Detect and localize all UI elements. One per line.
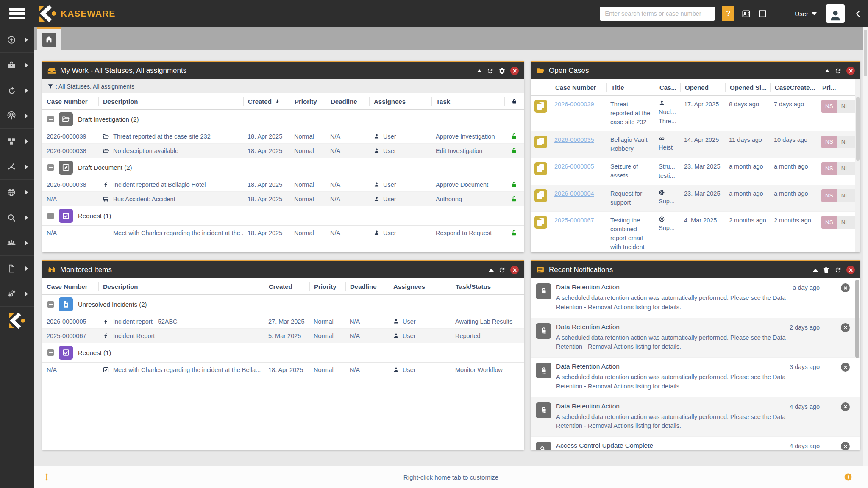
table-row[interactable]: 2026-0000038 Incident reported at Bellag… [42, 177, 524, 192]
sidebar-item-search[interactable] [0, 205, 34, 230]
case-number-link[interactable]: 2026-0000004 [554, 190, 594, 197]
column-header[interactable]: Deadline [326, 97, 369, 106]
group-row-draft-document[interactable]: Draft Document (2) [42, 158, 524, 177]
notification-item[interactable]: Data Retention Action A scheduled data r… [531, 358, 860, 397]
table-row[interactable]: 2026-0000039 Threat reported at the case… [42, 129, 524, 144]
column-header[interactable]: Opened [680, 83, 725, 92]
case-row[interactable]: 2026-0000005 Seizure of assets Stru...te… [531, 158, 860, 185]
panel-scrollbar[interactable] [855, 280, 859, 358]
collapse-group-icon[interactable] [47, 301, 54, 308]
case-folder-icon[interactable] [534, 189, 547, 202]
collapse-group-icon[interactable] [47, 116, 54, 122]
collapse-icon[interactable] [489, 269, 494, 272]
refresh-icon[interactable] [835, 266, 842, 274]
panel-scrollbar[interactable] [855, 79, 860, 252]
lock-cell[interactable] [504, 181, 524, 188]
sidebar-item-links[interactable] [0, 154, 34, 180]
group-row-draft-investigation[interactable]: Draft Investigation (2) [42, 110, 524, 129]
gear-icon[interactable] [498, 67, 506, 75]
close-icon[interactable] [510, 67, 519, 75]
case-folder-icon[interactable] [534, 162, 547, 175]
user-menu[interactable]: User [795, 10, 817, 17]
add-widget-icon[interactable] [843, 472, 853, 482]
table-row[interactable]: N/A Bus Accident: Accident 18. Apr 2025 … [42, 192, 524, 206]
group-row-request[interactable]: Request (1) [42, 206, 524, 226]
group-row-unresolved-incidents[interactable]: Unresolved Incidents (2) [42, 295, 524, 314]
sidebar-item-modules[interactable] [0, 129, 34, 154]
tab-home[interactable] [37, 27, 61, 50]
column-header[interactable]: Assignees [369, 97, 431, 106]
column-header[interactable]: Title [606, 83, 655, 92]
layout-square-icon[interactable] [758, 9, 768, 19]
case-number-link[interactable]: 2026-0000005 [554, 163, 594, 170]
sidebar-item-broadcast[interactable] [0, 103, 34, 129]
collapse-group-icon[interactable] [47, 213, 54, 219]
collapse-group-icon[interactable] [47, 349, 54, 356]
case-folder-icon[interactable] [534, 136, 547, 148]
close-icon[interactable] [846, 266, 855, 274]
refresh-icon[interactable] [487, 67, 494, 75]
notification-item[interactable]: Access Control Update Complete Access se… [531, 437, 860, 450]
case-row[interactable]: 2026-0000035 Bellagio Vault Robbery Heis… [531, 131, 860, 158]
lock-cell[interactable] [504, 147, 524, 154]
case-row[interactable]: 2025-0000067 Testing the combined report… [531, 212, 860, 252]
column-header[interactable]: Deadline [345, 282, 389, 291]
help-button[interactable]: ? [722, 6, 734, 21]
sidebar-item-documents[interactable] [0, 256, 34, 281]
column-header[interactable]: Created [264, 282, 309, 291]
column-header[interactable]: Case Number [42, 97, 98, 106]
column-header[interactable]: CaseCreate... [770, 83, 818, 92]
column-header[interactable]: Assignees [389, 282, 451, 291]
kaseware-logo[interactable]: KASEWARE [38, 5, 115, 22]
dismiss-icon[interactable] [841, 363, 850, 372]
sidebar-item-people[interactable] [0, 230, 34, 256]
lock-cell[interactable] [504, 133, 524, 140]
column-header[interactable]: Case Number [42, 282, 98, 291]
collapse-group-icon[interactable] [47, 164, 54, 171]
dismiss-icon[interactable] [841, 442, 850, 450]
case-folder-icon[interactable] [534, 100, 547, 113]
sidebar-item-settings[interactable] [0, 281, 34, 307]
menu-icon[interactable] [9, 8, 25, 19]
case-number-link[interactable]: 2026-0000039 [554, 101, 594, 108]
column-header[interactable]: Description [98, 97, 243, 106]
column-header[interactable]: Priority [290, 97, 326, 106]
column-header[interactable]: Case Number [551, 83, 606, 92]
window-scrollbar[interactable] [863, 27, 868, 466]
sidebar-item-create[interactable] [0, 27, 34, 53]
dismiss-icon[interactable] [841, 323, 850, 332]
close-icon[interactable] [846, 67, 855, 75]
sidebar-item-recent[interactable] [0, 78, 34, 103]
column-header[interactable]: Opened Si... [725, 83, 770, 92]
case-row[interactable]: 2026-0000004 Request for support Sup... … [531, 185, 860, 212]
contact-card-icon[interactable] [741, 9, 751, 19]
table-row[interactable]: N/A Meet with Charles regarding the inci… [42, 363, 524, 377]
column-header[interactable]: Created [243, 97, 290, 106]
table-row[interactable]: 2026-0000005 Incident report - 52ABC 27.… [42, 314, 524, 329]
trash-icon[interactable] [823, 266, 830, 274]
collapse-panel-chevron-icon[interactable] [854, 10, 862, 18]
column-header[interactable]: Description [98, 282, 264, 291]
group-row-request[interactable]: Request (1) [42, 343, 524, 363]
table-row[interactable]: N/A Meet with Charles regarding the inci… [42, 226, 524, 240]
lock-cell[interactable] [504, 230, 524, 236]
collapse-icon[interactable] [825, 69, 830, 72]
column-header-lock[interactable] [504, 97, 524, 106]
notification-item[interactable]: Data Retention Action A scheduled data r… [531, 318, 860, 358]
dismiss-icon[interactable] [841, 402, 850, 411]
collapse-icon[interactable] [477, 69, 482, 72]
case-number-link[interactable]: 2026-0000035 [554, 136, 594, 143]
lock-cell[interactable] [504, 196, 524, 202]
dismiss-icon[interactable] [841, 283, 850, 292]
column-header[interactable]: Pri... [818, 83, 851, 92]
table-row[interactable]: 2025-0000067 Incident Report 5. Mar 2025… [42, 329, 524, 343]
column-header[interactable]: Task/Status [451, 282, 524, 291]
sidebar-item-web[interactable] [0, 180, 34, 205]
avatar[interactable] [826, 4, 845, 23]
notification-item[interactable]: Data Retention Action A scheduled data r… [531, 397, 860, 437]
collapse-icon[interactable] [813, 269, 818, 272]
case-row[interactable]: 2026-0000039 Threat reported at the case… [531, 96, 860, 131]
case-folder-icon[interactable] [534, 216, 547, 229]
refresh-icon[interactable] [835, 67, 842, 75]
close-icon[interactable] [510, 266, 519, 274]
